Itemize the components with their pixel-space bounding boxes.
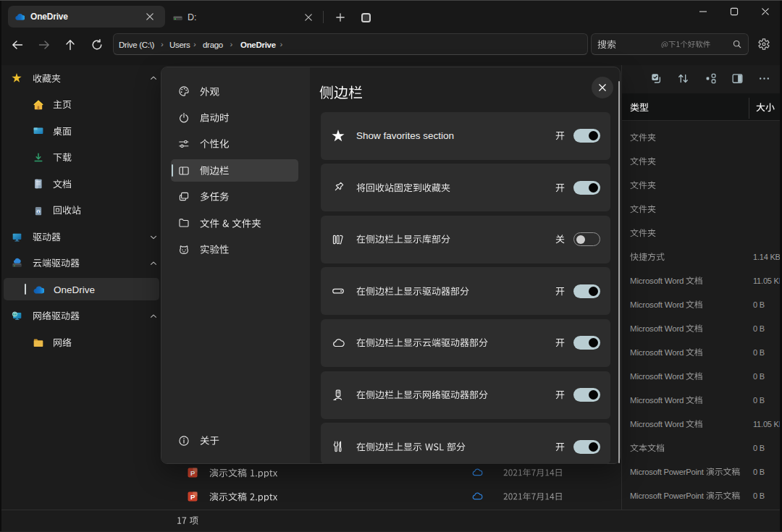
svg-text:P: P bbox=[190, 469, 196, 477]
svg-text:P: P bbox=[190, 493, 196, 501]
